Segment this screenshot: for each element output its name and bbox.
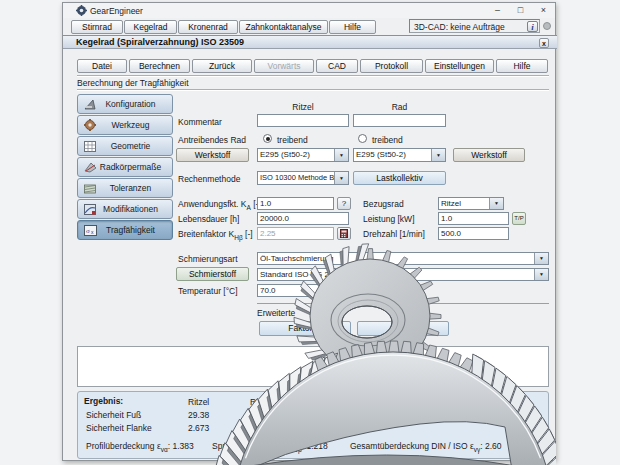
kommentar-input-rad[interactable] <box>353 114 446 127</box>
menu-hilfe[interactable]: Hilfe <box>329 20 376 34</box>
minimize-button[interactable]: – <box>486 3 509 18</box>
results-panel: Ergebnis: Ritzel Rad Sicherheit Fuß 29.3… <box>77 391 549 459</box>
rechenmethode-dropdown[interactable]: ISO 10300 Methode B1 ▼ <box>257 171 349 185</box>
schmierstoff-button[interactable]: Schmierstoff <box>176 267 249 281</box>
sidebar-item-label: Geometrie <box>99 141 162 151</box>
cad-status-panel: 3D-CAD: keine Aufträge i <box>409 19 540 33</box>
antreibendes-rad-label: Antreibendes Rad <box>178 135 246 145</box>
toolbar-hilfe[interactable]: Hilfe <box>496 59 548 73</box>
results-col-ritzel: Ritzel <box>188 397 209 407</box>
anwendungsfaktor-label: Anwendungsfkt. KA [-] <box>178 199 261 211</box>
tragfaehigkeit-icon: σx <box>81 224 99 237</box>
temperatur-input[interactable]: 70.0 <box>257 284 349 297</box>
kommentar-input-ritzel[interactable] <box>257 114 349 127</box>
chevron-down-icon[interactable]: ▼ <box>431 149 445 161</box>
sidebar-item-label: Werkzeug <box>99 120 162 130</box>
menu-stirnrad[interactable]: Stirnrad <box>71 20 123 34</box>
lastkollektiv-button[interactable]: Lastkollektiv <box>353 171 446 185</box>
column-header-rad: Rad <box>353 102 446 112</box>
kommentar-label: Kommentar <box>178 117 222 127</box>
sidebar-item-label: Toleranzen <box>99 183 162 193</box>
results-title: Ergebnis: <box>84 396 123 406</box>
radio-treibend-ritzel[interactable] <box>263 134 272 143</box>
sidebar-item-toleranzen[interactable]: Toleranzen <box>77 178 173 198</box>
calculator-icon[interactable] <box>337 227 351 240</box>
material-dropdown-rad[interactable]: E295 (St50-2) ▼ <box>353 148 446 162</box>
chevron-down-icon[interactable]: ▼ <box>334 172 348 184</box>
app-window: GearEngineer – □ × Stirnrad Kegelrad Kro… <box>62 2 556 461</box>
divider <box>257 303 549 304</box>
menu-zahnkontaktanalyse[interactable]: Zahnkontaktanalyse <box>239 20 328 34</box>
close-button[interactable]: × <box>532 3 555 18</box>
bezugsrad-label: Bezugsrad <box>363 199 404 209</box>
sidebar-item-label: Radkörpermaße <box>99 162 162 172</box>
tab-close-icon[interactable]: x <box>539 38 549 48</box>
divider <box>77 75 549 77</box>
secondary-button[interactable] <box>357 321 449 336</box>
menu-kegelrad[interactable]: Kegelrad <box>124 20 177 34</box>
sidebar-item-label: Konfiguration <box>99 99 162 109</box>
info-icon[interactable]: i <box>527 21 538 32</box>
sidebar-item-tragfaehigkeit[interactable]: σx Tragfähigkeit <box>77 220 173 240</box>
maximize-button[interactable]: □ <box>509 3 532 18</box>
screen: GearEngineer – □ × Stirnrad Kegelrad Kro… <box>0 0 620 465</box>
leistung-input[interactable]: 1.0 <box>438 212 509 225</box>
sidebar-item-konfiguration[interactable]: Konfiguration <box>77 94 173 114</box>
konfiguration-icon <box>81 98 99 111</box>
chevron-down-icon[interactable]: ▼ <box>334 149 348 161</box>
app-logo-icon <box>76 5 87 16</box>
message-area <box>77 346 549 387</box>
toolbar-berechnen[interactable]: Berechnen <box>129 59 190 73</box>
result-row-value: 2.673 <box>188 423 209 433</box>
schmierungsart-dropdown[interactable]: Öl-Tauchschmierung ▼ <box>257 252 549 265</box>
radio-treibend-ritzel-label: treibend <box>277 135 308 145</box>
drehzahl-input[interactable]: 500.0 <box>438 227 509 240</box>
anwendungsfaktor-input[interactable]: 1.0 <box>257 197 334 210</box>
leistung-label: Leistung [kW] <box>363 214 415 224</box>
tab-bar: Kegelrad (Spiralverzahnung) ISO 23509 x <box>63 35 557 49</box>
toolbar-vorwaerts[interactable]: Vorwärts <box>254 59 314 73</box>
status-led-icon <box>543 22 551 30</box>
lebensdauer-input[interactable]: 20000.0 <box>257 212 349 225</box>
drehzahl-label: Drehzahl [1/min] <box>363 229 425 239</box>
column-header-ritzel: Ritzel <box>257 102 349 112</box>
material-dropdown-ritzel[interactable]: E295 (St50-2) ▼ <box>257 148 349 162</box>
gesamt-ueberdeckung: Gesamtüberdeckung DIN / ISO εvγ: 2.60 <box>350 441 502 453</box>
menu-kronenrad[interactable]: Kronenrad <box>178 20 238 34</box>
werkstoff-button-rad[interactable]: Werkstoff <box>453 148 525 162</box>
werkstoff-button-ritzel[interactable]: Werkstoff <box>176 148 249 162</box>
breitenfaktor-input[interactable]: 2.25 <box>257 227 334 240</box>
chevron-down-icon[interactable]: ▼ <box>534 253 548 264</box>
torque-power-toggle-button[interactable]: T/P <box>512 212 526 225</box>
toolbar-zurueck[interactable]: Zurück <box>192 59 252 73</box>
help-button[interactable]: ? <box>337 197 351 210</box>
sprung-ueberdeckung: Sprungüberdeckung εvβ: 1.218 <box>212 441 328 453</box>
result-row-label: Sicherheit Flanke <box>86 423 152 433</box>
sidebar-item-modifikationen[interactable]: Modifikationen <box>77 199 173 219</box>
results-col-rad: Rad <box>250 397 266 407</box>
sidebar-item-label: Modifikationen <box>99 204 162 214</box>
chevron-down-icon[interactable]: ▼ <box>489 198 503 209</box>
bezugsrad-dropdown[interactable]: Ritzel ▼ <box>438 197 504 210</box>
werkzeug-icon <box>81 119 99 132</box>
toolbar-cad[interactable]: CAD <box>316 59 358 73</box>
sidebar-item-geometrie[interactable]: Geometrie <box>77 136 173 156</box>
result-row-label: Sicherheit Fuß <box>86 410 141 420</box>
svg-text:σ: σ <box>86 227 90 235</box>
toolbar-datei[interactable]: Datei <box>77 59 127 73</box>
toolbar-einstellungen[interactable]: Einstellungen <box>425 59 494 73</box>
faktoren-button[interactable]: Faktoren <box>259 321 351 336</box>
lebensdauer-label: Lebensdauer [h] <box>178 214 239 224</box>
tab-title: Kegelrad (Spiralverzahnung) ISO 23509 <box>63 36 557 49</box>
toolbar-protokoll[interactable]: Protokoll <box>360 59 423 73</box>
radio-treibend-rad[interactable] <box>358 134 367 143</box>
schmierungsart-label: Schmierungsart <box>178 254 238 264</box>
sidebar-item-radkoerpermasse[interactable]: Radkörpermaße <box>77 157 173 177</box>
result-row-value: 29.38 <box>188 410 209 420</box>
chevron-down-icon[interactable]: ▼ <box>534 269 548 280</box>
sidebar-item-werkzeug[interactable]: Werkzeug <box>77 115 173 135</box>
toleranzen-icon <box>81 182 99 195</box>
geometrie-icon <box>81 140 99 153</box>
profil-ueberdeckung: Profilüberdeckung εvα: 1.383 <box>86 441 194 453</box>
schmierstoff-dropdown[interactable]: Standard ISO VG 220 ▼ <box>257 268 549 281</box>
